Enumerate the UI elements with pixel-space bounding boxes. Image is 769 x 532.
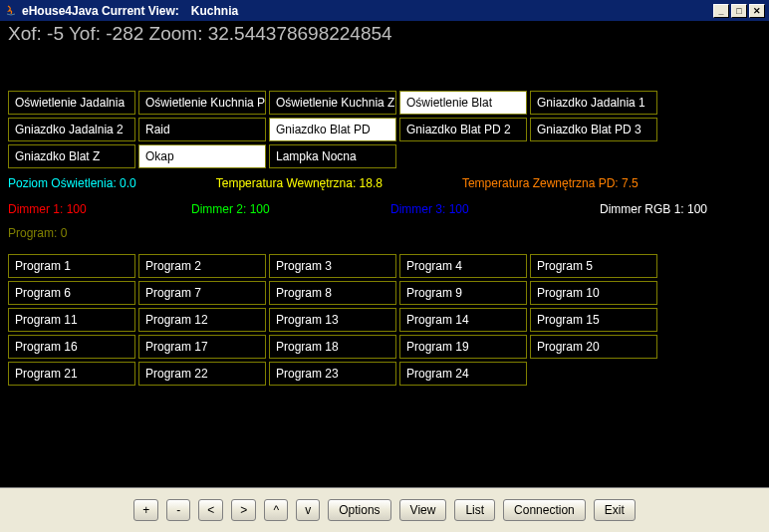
device-button[interactable]: Oświetlenie Kuchnia PD [138,91,266,115]
java-icon [4,4,18,18]
yof-value: -282 [106,23,143,44]
temp-in-label: Temperatura Wewnętrzna: 18.8 [216,176,383,190]
device-button[interactable]: Lampka Nocna [269,144,396,168]
device-button[interactable]: Okap [138,144,266,168]
pan-right-button[interactable]: > [231,499,256,521]
program-button[interactable]: Program 24 [399,362,527,386]
program-button[interactable]: Program 2 [138,254,266,278]
program-button[interactable]: Program 21 [8,362,135,386]
options-button[interactable]: Options [328,499,390,521]
status-row: Poziom Oświetlenia: 0.0 Temperatura Wewn… [8,176,761,190]
titlebar-app-name: eHouse4Java Current View: [22,4,179,18]
device-button[interactable]: Oświetlenie Blat [399,91,527,115]
program-button[interactable]: Program 19 [399,335,527,359]
program-button[interactable]: Program 11 [8,308,135,332]
zoom-in-button[interactable]: + [133,499,158,521]
close-button[interactable]: ✕ [749,4,765,18]
minimize-button[interactable]: _ [713,4,729,18]
device-button[interactable]: Gniazdko Blat PD 2 [399,118,527,141]
program-button[interactable]: Program 22 [138,362,266,386]
connection-button[interactable]: Connection [503,499,586,521]
program-grid: Program 1Program 2Program 3Program 4Prog… [8,254,761,386]
dimmer-row: Dimmer 1: 100 Dimmer 2: 100 Dimmer 3: 10… [8,202,761,216]
titlebar: eHouse4Java Current View: Kuchnia _ □ ✕ [0,0,769,21]
program-button[interactable]: Program 3 [269,254,396,278]
program-button[interactable]: Program 12 [138,308,266,332]
program-button[interactable]: Program 18 [269,335,396,359]
program-button[interactable]: Program 13 [269,308,396,332]
program-button[interactable]: Program 9 [399,281,527,305]
device-button[interactable]: Gniazdko Blat Z [8,144,135,168]
pan-left-button[interactable]: < [198,499,223,521]
program-button[interactable]: Program 1 [8,254,135,278]
coordinates-label: Xof: -5 Yof: -282 Zoom: 32.5443786982248… [8,21,761,45]
pan-up-button[interactable]: ^ [264,499,288,521]
view-button[interactable]: View [399,499,447,521]
program-current-label: Program: 0 [8,226,761,240]
bottom-toolbar: + - < > ^ v Options View List Connection… [0,487,769,532]
titlebar-view-name: Kuchnia [191,4,238,18]
pan-down-button[interactable]: v [296,499,320,521]
device-button[interactable]: Raid [138,118,266,141]
device-button[interactable]: Gniazdko Jadalnia 1 [530,91,657,115]
device-button[interactable]: Gniazdko Blat PD [269,118,396,141]
program-button[interactable]: Program 20 [530,335,657,359]
program-button[interactable]: Program 10 [530,281,657,305]
exit-button[interactable]: Exit [594,499,636,521]
program-button[interactable]: Program 14 [399,308,527,332]
maximize-button[interactable]: □ [731,4,747,18]
program-button[interactable]: Program 6 [8,281,135,305]
temp-out-label: Temperatura Zewnętrzna PD: 7.5 [462,176,639,190]
zoom-value: 32.544378698224854 [208,23,392,44]
main-view: Xof: -5 Yof: -282 Zoom: 32.5443786982248… [0,21,769,487]
program-button[interactable]: Program 8 [269,281,396,305]
device-button[interactable]: Oświetlenie Kuchnia Z [269,91,396,115]
dimmer-3-label: Dimmer 3: 100 [390,202,600,216]
zoom-out-button[interactable]: - [166,499,190,521]
program-button[interactable]: Program 5 [530,254,657,278]
device-button[interactable]: Gniazdko Blat PD 3 [530,118,657,141]
device-grid: Oświetlenie JadalniaOświetlenie Kuchnia … [8,91,761,168]
xof-value: -5 [47,23,64,44]
dimmer-rgb-label: Dimmer RGB 1: 100 [600,202,707,216]
program-button[interactable]: Program 16 [8,335,135,359]
program-button[interactable]: Program 23 [269,362,396,386]
device-button[interactable]: Gniazdko Jadalnia 2 [8,118,135,141]
program-button[interactable]: Program 7 [138,281,266,305]
program-button[interactable]: Program 17 [138,335,266,359]
program-button[interactable]: Program 4 [399,254,527,278]
dimmer-2-label: Dimmer 2: 100 [191,202,390,216]
light-level-label: Poziom Oświetlenia: 0.0 [8,176,136,190]
list-button[interactable]: List [454,499,495,521]
dimmer-1-label: Dimmer 1: 100 [8,202,191,216]
device-button[interactable]: Oświetlenie Jadalnia [8,91,135,115]
program-button[interactable]: Program 15 [530,308,657,332]
